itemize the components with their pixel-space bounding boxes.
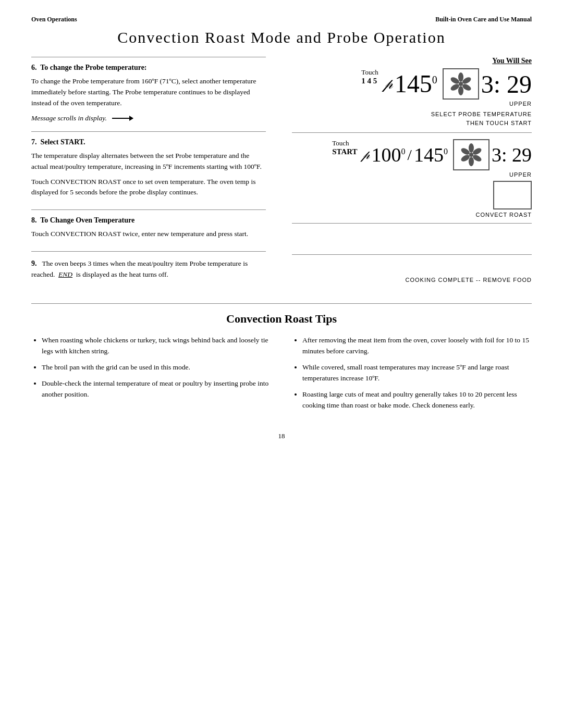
display-temp-7b: 1450 bbox=[414, 145, 448, 165]
svg-point-1 bbox=[458, 72, 463, 82]
upper-label-6: UPPER bbox=[292, 101, 532, 107]
lower-display-box bbox=[493, 181, 532, 209]
tip-left-3: Double-check the internal temperature of… bbox=[42, 378, 271, 400]
section-7-body: The temperature display alternates betwe… bbox=[31, 151, 266, 199]
section-9-end: END bbox=[58, 270, 72, 278]
right-column: You Will See Touch 1 4 5 𝓅 1450 bbox=[282, 57, 532, 288]
section-9-number: 9. bbox=[31, 260, 37, 267]
probe-icon-7: 𝓅 bbox=[363, 148, 370, 162]
section-7-p1: The temperature display alternates betwe… bbox=[31, 151, 266, 172]
tips-col-right: After removing the meat item from the ov… bbox=[292, 335, 532, 416]
svg-point-7 bbox=[469, 153, 473, 157]
probe-icon-6: 𝓅 bbox=[385, 76, 393, 93]
page-number: 18 bbox=[31, 432, 532, 440]
section-7-heading: Select START. bbox=[41, 138, 85, 146]
tips-columns: When roasting whole chickens or turkey, … bbox=[31, 335, 532, 416]
message-scroll: Message scrolls in display. bbox=[31, 113, 266, 124]
tips-list-left: When roasting whole chickens or turkey, … bbox=[31, 335, 271, 400]
section-8-number: 8. bbox=[31, 216, 37, 224]
section-8-heading: To Change Oven Temperature bbox=[40, 216, 134, 224]
section-7-p2: Touch CONVECTION ROAST once to set oven … bbox=[31, 177, 266, 199]
section-8: 8. To Change Oven Temperature Touch CONV… bbox=[31, 209, 266, 251]
section-9-body2: is displayed as the heat turns off. bbox=[76, 270, 168, 278]
oven-button-7 bbox=[453, 139, 489, 170]
section-7-display: Touch START 𝓅 1000 / 1450 bbox=[292, 132, 532, 218]
svg-point-8 bbox=[469, 143, 474, 153]
display-time-7: 3: 29 bbox=[492, 143, 532, 166]
display-panel-6: 𝓅 1450 bbox=[385, 68, 532, 100]
section-8-right bbox=[292, 223, 532, 254]
section-6-title: 6. To change the Probe temperature: bbox=[31, 64, 266, 72]
display-time-6: 3: 29 bbox=[481, 70, 532, 98]
svg-point-11 bbox=[469, 157, 474, 166]
section-6: 6. To change the Probe temperature: To c… bbox=[31, 57, 266, 131]
tips-title: Convection Roast Tips bbox=[31, 312, 532, 326]
oven-button-6 bbox=[443, 68, 479, 100]
convect-roast-label: CONVECT ROAST bbox=[475, 212, 532, 218]
tip-right-1: After removing the meat item from the ov… bbox=[302, 335, 532, 357]
section-9-right: COOKING COMPLETE -- REMOVE FOOD bbox=[292, 254, 532, 283]
header-bar: Oven Operations Built-in Oven Care and U… bbox=[31, 16, 532, 23]
page-title: Convection Roast Mode and Probe Operatio… bbox=[31, 29, 532, 46]
tip-right-3: Roasting large cuts of meat and poultry … bbox=[302, 389, 532, 411]
section-6-heading: To change the Probe temperature: bbox=[40, 64, 146, 71]
slash: / bbox=[408, 146, 412, 164]
header-left: Oven Operations bbox=[31, 16, 77, 23]
section-6-display: Touch 1 4 5 𝓅 1450 bbox=[292, 68, 532, 127]
scroll-arrow bbox=[112, 118, 133, 119]
tip-left-2: The broil pan with the grid can be used … bbox=[42, 362, 271, 373]
section-6-p1: To change the Probe temperature from 160… bbox=[31, 76, 266, 109]
tips-col-left: When roasting whole chickens or turkey, … bbox=[31, 335, 271, 416]
section-7-title: 7. Select START. bbox=[31, 138, 266, 146]
fan-icon-6 bbox=[447, 70, 474, 97]
display-temp-7a: 1000 bbox=[372, 145, 406, 165]
display-panel-7: 𝓅 1000 / 1450 bbox=[363, 139, 532, 170]
left-column: 6. To change the Probe temperature: To c… bbox=[31, 57, 282, 288]
section-7: 7. Select START. The temperature display… bbox=[31, 131, 266, 210]
section-6-body: To change the Probe temperature from 160… bbox=[31, 76, 266, 124]
section-6-number: 6. bbox=[31, 64, 37, 71]
tip-left-1: When roasting whole chickens or turkey, … bbox=[42, 335, 271, 357]
select-probe-text: SELECT PROBE TEMPERATURE THEN TOUCH STAR… bbox=[292, 110, 532, 127]
section-9: 9. The oven beeps 3 times when the meat/… bbox=[31, 251, 266, 288]
display-temp-6: 1450 bbox=[395, 71, 437, 96]
upper-label-7: UPPER bbox=[292, 171, 532, 178]
tips-list-right: After removing the meat item from the ov… bbox=[292, 335, 532, 411]
section-7-number: 7. bbox=[31, 138, 37, 146]
main-content: 6. To change the Probe temperature: To c… bbox=[31, 57, 532, 288]
cooking-complete: COOKING COMPLETE -- REMOVE FOOD bbox=[292, 277, 532, 283]
page: Oven Operations Built-in Oven Care and U… bbox=[0, 0, 563, 728]
fan-icon-7 bbox=[458, 141, 485, 168]
you-will-see: You Will See bbox=[292, 57, 532, 65]
section-6-display-row: Touch 1 4 5 𝓅 1450 bbox=[292, 68, 532, 100]
svg-point-0 bbox=[459, 82, 463, 86]
section-7-display-row: Touch START 𝓅 1000 / 1450 bbox=[292, 139, 532, 170]
svg-point-4 bbox=[458, 86, 463, 95]
touch-label-7: Touch START bbox=[332, 139, 357, 156]
section-8-title: 8. To Change Oven Temperature bbox=[31, 216, 266, 225]
lower-box-area: CONVECT ROAST bbox=[292, 181, 532, 218]
header-right: Built-in Oven Care and Use Manual bbox=[435, 16, 532, 23]
section-8-p1: Touch CONVECTION ROAST twice, enter new … bbox=[31, 229, 266, 240]
section-8-body: Touch CONVECTION ROAST twice, enter new … bbox=[31, 229, 266, 240]
touch-label-6: Touch 1 4 5 bbox=[361, 68, 378, 85]
tips-section: Convection Roast Tips When roasting whol… bbox=[31, 303, 532, 416]
tip-right-2: While covered, small roast temperatures … bbox=[302, 362, 532, 384]
